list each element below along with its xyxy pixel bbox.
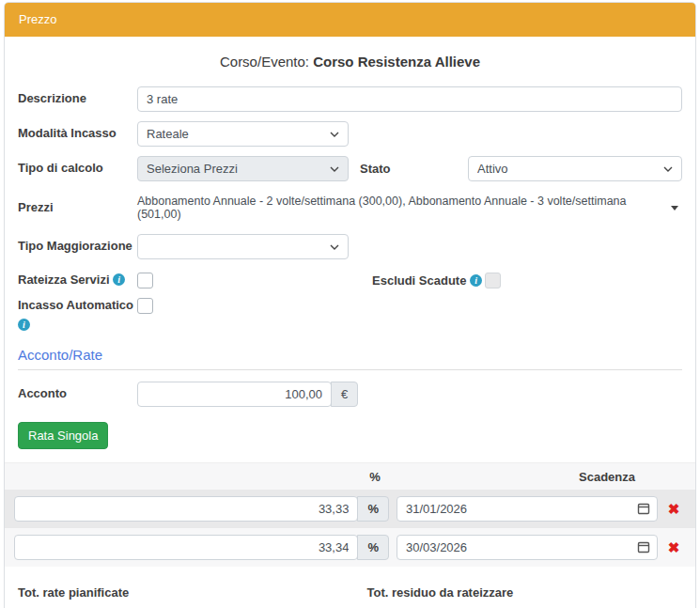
- modalita-incasso-select[interactable]: Rateale: [137, 121, 349, 147]
- escludi-scadute-label: Escludi Scadute i: [372, 273, 485, 288]
- caret-down-icon: [671, 206, 678, 210]
- totals-section: Tot. rate pianificate % Tot. residuo da …: [18, 567, 682, 608]
- course-name: Corso Resistenza Allieve: [313, 54, 480, 70]
- acconto-row: Acconto €: [18, 382, 682, 407]
- incasso-automatico-label: Incasso Automatico: [18, 298, 137, 313]
- percent-column-header: %: [359, 470, 391, 484]
- tipo-di-calcolo-select[interactable]: Seleziona Prezzi: [137, 156, 349, 181]
- rata-singola-button[interactable]: Rata Singola: [18, 422, 108, 449]
- incasso-automatico-info: i: [18, 318, 682, 332]
- stato-value: Attivo: [477, 162, 658, 176]
- tipo-maggiorazione-label: Tipo Maggiorazione: [18, 239, 137, 254]
- tot-residuo-label: Tot. residuo da rateizzare: [367, 585, 683, 600]
- prezzi-multiselect[interactable]: Abbonamento Annuale - 2 volte/settimana …: [137, 195, 682, 221]
- percent-suffix: %: [357, 496, 389, 522]
- info-icon[interactable]: i: [18, 319, 30, 331]
- chevron-down-icon: [330, 132, 339, 137]
- rate-row: % ✖: [5, 490, 695, 528]
- tipo-calcolo-stato-row: Tipo di calcolo Seleziona Prezzi Stato A…: [18, 156, 682, 181]
- tot-residuo: Tot. residuo da rateizzare %: [367, 585, 683, 608]
- acconto-rate-heading: Acconto/Rate: [18, 347, 682, 370]
- chevron-down-icon: [663, 166, 673, 172]
- rate-row: % ✖: [5, 528, 695, 567]
- escludi-scadute-checkbox: [485, 273, 501, 288]
- stato-select[interactable]: Attivo: [468, 156, 682, 181]
- descrizione-label: Descrizione: [18, 91, 137, 106]
- descrizione-row: Descrizione: [18, 86, 682, 112]
- prezzi-value: Abbonamento Annuale - 2 volte/settimana …: [137, 195, 671, 221]
- acconto-label: Acconto: [18, 386, 137, 401]
- card-header-title: Prezzo: [5, 3, 695, 37]
- tipo-maggiorazione-select[interactable]: [137, 234, 349, 259]
- stato-label: Stato: [360, 162, 468, 176]
- incasso-automatico-checkbox[interactable]: [137, 298, 153, 314]
- chevron-down-icon: [330, 166, 339, 172]
- prezzo-card: Prezzo Corso/Evento: Corso Resistenza Al…: [4, 2, 696, 608]
- rate-date-field: [397, 535, 658, 560]
- percent-suffix: %: [357, 535, 389, 560]
- tot-pianificate-label: Tot. rate pianificate: [18, 585, 334, 600]
- tipo-di-calcolo-value: Seleziona Prezzi: [147, 162, 324, 176]
- modalita-incasso-row: Modalità Incasso Rateale: [18, 121, 682, 147]
- prezzi-row: Prezzi Abbonamento Annuale - 2 volte/set…: [18, 195, 682, 221]
- rate-table: % Scadenza % ✖ % ✖: [5, 462, 695, 567]
- chevron-down-icon: [330, 244, 339, 250]
- modalita-incasso-value: Rateale: [147, 127, 324, 141]
- prezzi-label: Prezzi: [18, 200, 137, 215]
- rateizza-servizi-checkbox[interactable]: [137, 273, 153, 288]
- rate-date-input[interactable]: [397, 496, 658, 522]
- tipo-di-calcolo-label: Tipo di calcolo: [18, 161, 137, 176]
- delete-row-button[interactable]: ✖: [661, 538, 686, 557]
- rate-percent-input[interactable]: [14, 496, 358, 522]
- rateizza-servizi-row: Rateizza Servizi i Escludi Scadute i: [18, 273, 682, 288]
- rate-table-header: % Scadenza: [5, 463, 695, 490]
- scadenza-column-header: Scadenza: [391, 470, 684, 484]
- info-icon[interactable]: i: [470, 274, 482, 287]
- tipo-maggiorazione-row: Tipo Maggiorazione: [18, 234, 682, 259]
- rate-date-input[interactable]: [397, 535, 658, 560]
- descrizione-input[interactable]: [137, 86, 682, 112]
- page-title-prefix: Corso/Evento:: [220, 54, 313, 70]
- page-title: Corso/Evento: Corso Resistenza Allieve: [18, 54, 682, 70]
- rate-percent-input[interactable]: [14, 535, 358, 560]
- euro-suffix: €: [331, 382, 358, 407]
- modalita-incasso-label: Modalità Incasso: [18, 126, 137, 141]
- acconto-input[interactable]: [137, 382, 332, 407]
- rateizza-servizi-label: Rateizza Servizi i: [18, 273, 137, 288]
- incasso-automatico-row: Incasso Automatico: [18, 298, 682, 314]
- info-icon[interactable]: i: [113, 273, 125, 286]
- tot-rate-pianificate: Tot. rate pianificate %: [18, 585, 334, 608]
- rate-date-field: [397, 496, 658, 522]
- delete-row-button[interactable]: ✖: [661, 500, 686, 519]
